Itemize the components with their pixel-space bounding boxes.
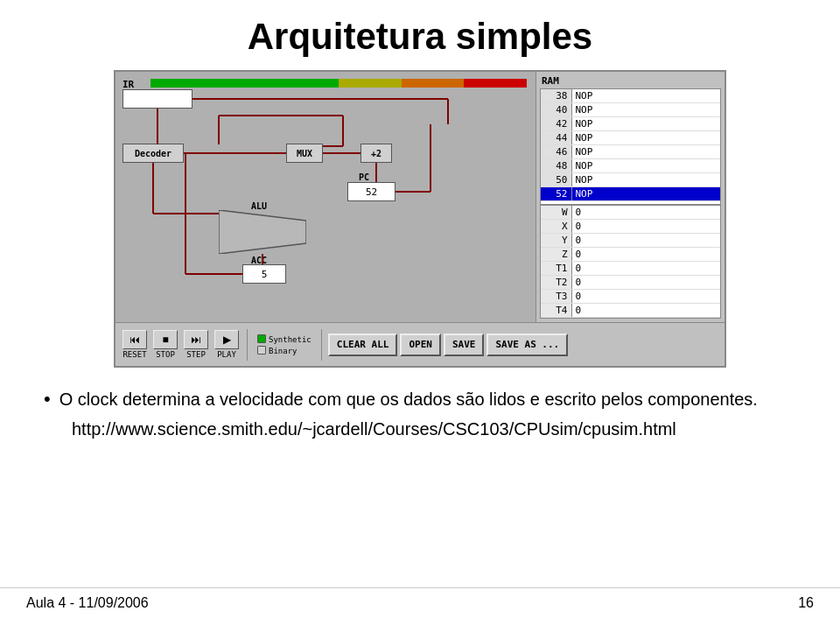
color-bar-orange bbox=[402, 79, 465, 88]
stop-label: STOP bbox=[156, 350, 175, 359]
clear-all-button[interactable]: CLEAR ALL bbox=[328, 334, 398, 356]
stop-icon: ■ bbox=[153, 330, 178, 349]
plus2-box: +2 bbox=[360, 144, 392, 163]
ram-scroll-area[interactable]: 38NOP40NOP42NOP44NOP46NOP48NOP50NOP52NOP bbox=[541, 89, 720, 204]
stop-button[interactable]: ■ STOP bbox=[151, 330, 179, 359]
footer-course: Aula 4 - 11/09/2006 bbox=[26, 595, 149, 611]
ram-row[interactable]: 44NOP bbox=[541, 131, 720, 145]
reset-label: RESET bbox=[122, 350, 146, 359]
synthetic-radio-label: Synthetic bbox=[269, 335, 312, 344]
bullet-text: O clock determina a velocidade com que o… bbox=[60, 387, 758, 411]
register-row: Y0 bbox=[541, 234, 720, 248]
sim-ram-panel: RAM 38NOP40NOP42NOP44NOP46NOP48NOP50NOP5… bbox=[536, 72, 724, 322]
play-button[interactable]: ▶ PLAY bbox=[213, 330, 241, 359]
binary-radio-label: Binary bbox=[269, 347, 298, 355]
binary-radio[interactable]: Binary bbox=[257, 346, 312, 355]
ram-label: RAM bbox=[542, 75, 721, 87]
mux-box: MUX bbox=[286, 144, 323, 163]
register-row: T30 bbox=[541, 290, 720, 304]
binary-radio-dot bbox=[257, 346, 266, 355]
toolbar-separator-1 bbox=[247, 329, 248, 361]
ram-row[interactable]: 48NOP bbox=[541, 159, 720, 173]
footer: Aula 4 - 11/09/2006 16 bbox=[0, 587, 840, 618]
content-area: • O clock determina a velocidade com que… bbox=[44, 387, 796, 439]
register-row: X0 bbox=[541, 220, 720, 234]
color-bar-red bbox=[464, 79, 527, 88]
color-bar-green bbox=[150, 79, 339, 88]
action-group: CLEAR ALL OPEN SAVE SAVE AS ... bbox=[328, 334, 568, 356]
transport-group: ⏮ RESET ■ STOP ⏭ STEP ▶ PLAY bbox=[121, 330, 241, 359]
mode-group: Synthetic Binary bbox=[257, 334, 312, 355]
save-as-button[interactable]: SAVE AS ... bbox=[486, 334, 568, 356]
step-label: STEP bbox=[186, 350, 206, 359]
ram-row[interactable]: 46NOP bbox=[541, 145, 720, 159]
url-text: http://www.science.smith.edu/~jcardell/C… bbox=[72, 419, 796, 439]
register-table: W0X0Y0Z0T10T20T30T40 bbox=[541, 204, 720, 318]
alu-shape bbox=[219, 210, 306, 254]
acc-value-box: 5 bbox=[242, 264, 286, 284]
register-row: Z0 bbox=[541, 248, 720, 262]
register-row: T10 bbox=[541, 262, 720, 276]
synthetic-radio[interactable]: Synthetic bbox=[257, 334, 312, 344]
ram-table: 38NOP40NOP42NOP44NOP46NOP48NOP50NOP52NOP bbox=[541, 89, 720, 201]
sim-main: IR Decoder MUX +2 PC 52 ALU ACC bbox=[116, 72, 724, 322]
register-row: T40 bbox=[541, 304, 720, 318]
open-button[interactable]: OPEN bbox=[400, 334, 441, 356]
footer-page: 16 bbox=[798, 595, 814, 611]
bullet-dot: • bbox=[44, 387, 51, 412]
pc-label: PC bbox=[359, 172, 369, 182]
play-label: PLAY bbox=[217, 350, 236, 359]
save-button[interactable]: SAVE bbox=[444, 334, 485, 356]
ram-row[interactable]: 38NOP bbox=[541, 89, 720, 103]
ram-row[interactable]: 50NOP bbox=[541, 173, 720, 187]
step-button[interactable]: ⏭ STEP bbox=[182, 330, 210, 359]
ram-table-wrapper[interactable]: 38NOP40NOP42NOP44NOP46NOP48NOP50NOP52NOP… bbox=[540, 88, 721, 319]
color-bar bbox=[150, 79, 527, 88]
color-bar-yellow bbox=[339, 79, 402, 88]
ram-row[interactable]: 42NOP bbox=[541, 117, 720, 131]
decoder-box: Decoder bbox=[122, 144, 184, 163]
ir-box bbox=[122, 89, 192, 109]
pc-value-box: 52 bbox=[347, 182, 396, 201]
step-icon: ⏭ bbox=[184, 330, 208, 349]
page-title: Arquitetura simples bbox=[248, 16, 592, 58]
ram-row[interactable]: 40NOP bbox=[541, 103, 720, 117]
wires-svg bbox=[116, 72, 536, 322]
toolbar-separator-2 bbox=[321, 329, 322, 361]
register-row: T20 bbox=[541, 276, 720, 290]
play-icon: ▶ bbox=[214, 330, 239, 349]
reset-icon: ⏮ bbox=[122, 330, 147, 349]
sim-diagram: IR Decoder MUX +2 PC 52 ALU ACC bbox=[116, 72, 536, 322]
register-row: W0 bbox=[541, 205, 720, 220]
reset-button[interactable]: ⏮ RESET bbox=[121, 330, 149, 359]
bullet-item: • O clock determina a velocidade com que… bbox=[44, 387, 796, 412]
synthetic-radio-dot bbox=[257, 334, 266, 343]
sim-toolbar: ⏮ RESET ■ STOP ⏭ STEP ▶ PLAY Synthetic bbox=[116, 322, 724, 366]
simulator-container: IR Decoder MUX +2 PC 52 ALU ACC bbox=[114, 70, 726, 368]
svg-marker-0 bbox=[219, 210, 306, 254]
ram-row[interactable]: 52NOP bbox=[541, 187, 720, 201]
